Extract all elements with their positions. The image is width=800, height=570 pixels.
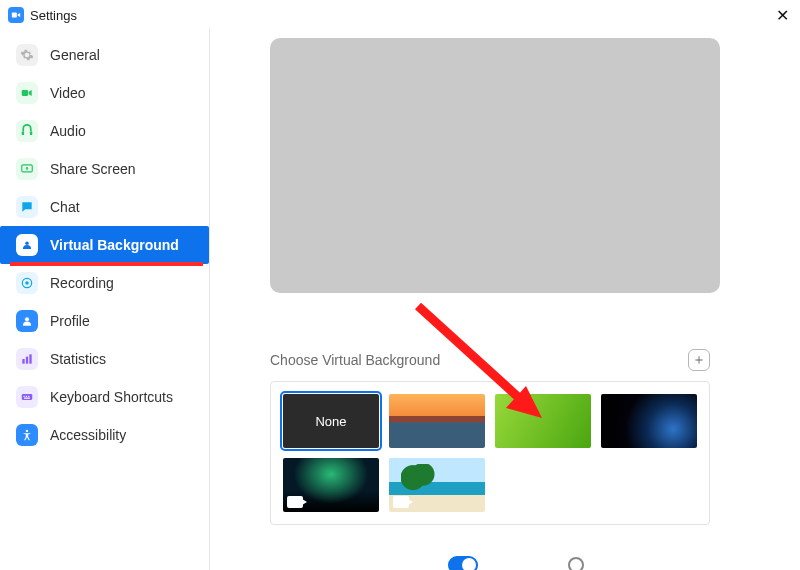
svg-rect-11 [29,354,31,363]
svg-point-17 [26,430,28,432]
svg-point-8 [25,317,29,321]
svg-rect-13 [24,396,25,397]
sidebar-item-audio[interactable]: Audio [0,112,209,150]
thumb-bridge[interactable] [389,394,485,448]
sidebar-item-general[interactable]: General [0,36,209,74]
video-preview [270,38,720,293]
svg-rect-9 [22,359,24,364]
svg-rect-1 [22,90,28,96]
sidebar-item-label: Share Screen [50,161,136,177]
background-thumbnails: None [270,381,710,525]
sidebar-item-share-screen[interactable]: Share Screen [0,150,209,188]
sidebar-item-statistics[interactable]: Statistics [0,340,209,378]
bottom-options [448,556,584,570]
camera-icon [287,496,303,508]
sidebar-item-label: General [50,47,100,63]
add-background-button[interactable]: ＋ [688,349,710,371]
titlebar: Settings ✕ [0,0,800,28]
svg-rect-16 [24,398,30,399]
sidebar-item-label: Audio [50,123,86,139]
app-icon [8,7,24,23]
accessibility-icon [16,424,38,446]
video-icon [16,82,38,104]
window-title: Settings [30,8,77,23]
section-title: Choose Virtual Background [270,352,440,368]
thumb-aurora[interactable] [283,458,379,512]
sidebar-item-virtual-background[interactable]: Virtual Background [0,226,209,264]
sidebar-item-recording[interactable]: Recording [0,264,209,302]
audio-icon [16,120,38,142]
chat-icon [16,196,38,218]
share-icon [16,158,38,180]
thumb-beach[interactable] [389,458,485,512]
sidebar-item-label: Virtual Background [50,237,179,253]
sidebar: General Video Audio Share Screen Chat [0,28,210,570]
option-radio[interactable] [568,557,584,570]
thumb-none-label: None [315,414,346,429]
svg-point-7 [25,281,29,285]
vb-icon [16,234,38,256]
sidebar-item-label: Video [50,85,86,101]
gear-icon [16,44,38,66]
sidebar-item-profile[interactable]: Profile [0,302,209,340]
content-area: Choose Virtual Background ＋ None [210,28,800,570]
plus-icon: ＋ [692,351,706,369]
thumb-grass[interactable] [495,394,591,448]
thumb-none[interactable]: None [283,394,379,448]
close-button[interactable]: ✕ [772,5,792,25]
sidebar-item-label: Chat [50,199,80,215]
thumb-earth[interactable] [601,394,697,448]
profile-icon [16,310,38,332]
keyboard-icon [16,386,38,408]
sidebar-item-label: Statistics [50,351,106,367]
sidebar-item-label: Profile [50,313,90,329]
stats-icon [16,348,38,370]
sidebar-item-label: Accessibility [50,427,126,443]
option-toggle[interactable] [448,556,478,570]
sidebar-item-keyboard-shortcuts[interactable]: Keyboard Shortcuts [0,378,209,416]
svg-rect-10 [26,357,28,364]
svg-rect-14 [26,396,27,397]
svg-rect-0 [12,13,17,18]
sidebar-item-video[interactable]: Video [0,74,209,112]
svg-rect-3 [30,132,32,136]
sidebar-item-accessibility[interactable]: Accessibility [0,416,209,454]
svg-rect-2 [22,132,24,136]
svg-rect-15 [28,396,29,397]
sidebar-item-label: Recording [50,275,114,291]
sidebar-item-label: Keyboard Shortcuts [50,389,173,405]
recording-icon [16,272,38,294]
camera-icon [393,496,409,508]
sidebar-item-chat[interactable]: Chat [0,188,209,226]
svg-point-5 [25,242,29,246]
